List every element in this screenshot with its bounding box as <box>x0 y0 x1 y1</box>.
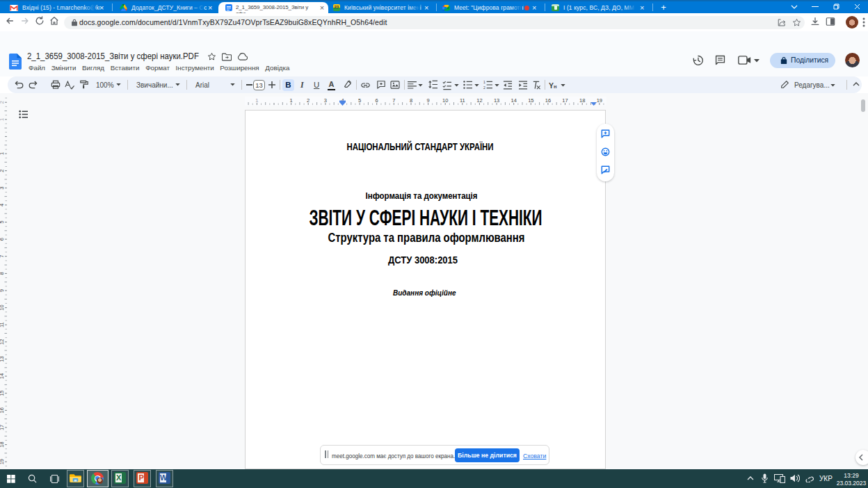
svg-text:6: 6 <box>0 238 5 241</box>
svg-text:1: 1 <box>0 152 5 155</box>
svg-text:1: 1 <box>0 118 5 121</box>
svg-text:18: 18 <box>0 441 5 447</box>
svg-text:2: 2 <box>0 101 5 104</box>
svg-text:2: 2 <box>307 97 310 104</box>
svg-text:13: 13 <box>494 97 499 104</box>
svg-text:9: 9 <box>0 289 5 292</box>
svg-text:8: 8 <box>410 97 412 104</box>
svg-text:1: 1 <box>290 97 293 104</box>
svg-text:15: 15 <box>528 97 533 104</box>
svg-text:17: 17 <box>562 97 568 104</box>
svg-text:7: 7 <box>392 97 395 104</box>
svg-text:12: 12 <box>476 97 482 104</box>
svg-text:9: 9 <box>427 97 430 104</box>
svg-text:4: 4 <box>0 204 5 206</box>
svg-text:6: 6 <box>376 97 378 104</box>
svg-text:3: 3 <box>324 97 327 104</box>
svg-text:1: 1 <box>483 81 485 84</box>
svg-text:19: 19 <box>597 97 602 104</box>
svg-text:1: 1 <box>255 97 258 104</box>
svg-text:14: 14 <box>511 97 517 104</box>
svg-text:3: 3 <box>0 186 5 189</box>
svg-text:8: 8 <box>0 272 5 275</box>
svg-text:11: 11 <box>460 97 465 104</box>
svg-text:19: 19 <box>0 459 5 464</box>
svg-text:13: 13 <box>0 356 5 361</box>
svg-text:16: 16 <box>545 97 551 104</box>
svg-text:17: 17 <box>0 425 5 430</box>
svg-text:2: 2 <box>0 170 5 172</box>
svg-text:14: 14 <box>0 373 5 379</box>
svg-text:15: 15 <box>0 391 5 396</box>
svg-text:5: 5 <box>358 97 361 104</box>
svg-text:16: 16 <box>0 407 5 413</box>
svg-text:10: 10 <box>442 97 448 104</box>
svg-text:2: 2 <box>483 86 485 89</box>
svg-text:5: 5 <box>0 220 5 223</box>
svg-text:10: 10 <box>0 304 5 310</box>
svg-text:18: 18 <box>579 97 585 104</box>
svg-text:12: 12 <box>0 339 5 345</box>
svg-text:11: 11 <box>0 322 5 327</box>
svg-text:7: 7 <box>0 255 5 258</box>
